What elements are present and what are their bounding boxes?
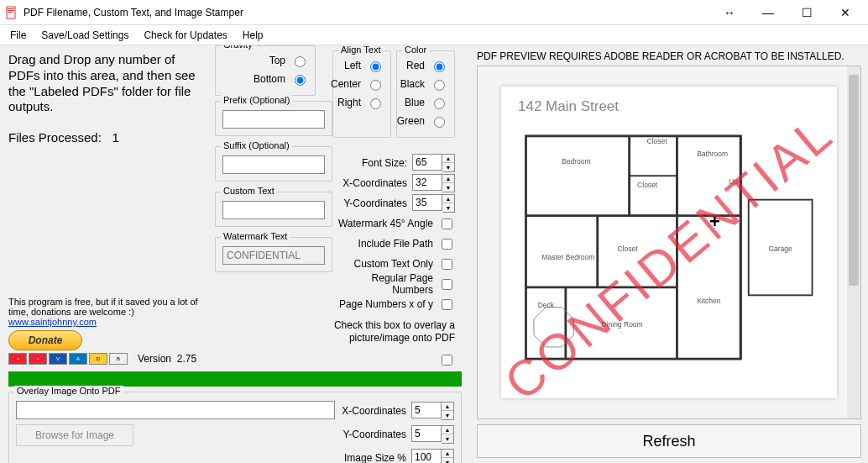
maximize-button[interactable]: ☐: [787, 0, 826, 25]
minimize-button[interactable]: —: [749, 0, 787, 25]
gravity-group-label: Gravity: [221, 45, 255, 50]
donation-text: This program is free, but if it saved yo…: [8, 297, 207, 317]
window-title: PDF Filename, Custom Text, and Image Sta…: [24, 7, 710, 18]
align-right-radio[interactable]: [370, 98, 381, 109]
watermark-angle-checkbox[interactable]: [442, 218, 452, 229]
svg-text:Bedroom: Bedroom: [562, 157, 591, 166]
svg-text:Kitchen: Kitchen: [697, 297, 721, 305]
svg-text:Bathroom: Bathroom: [697, 150, 728, 158]
svg-text:Dining Room: Dining Room: [601, 320, 642, 329]
overlay-x-input[interactable]: [411, 402, 442, 418]
browse-image-button[interactable]: Browse for Image: [16, 424, 133, 446]
y-coord-input[interactable]: [412, 194, 442, 211]
window-titlebar: PDF Filename, Custom Text, and Image Sta…: [0, 0, 868, 25]
align-left-radio[interactable]: [370, 61, 381, 72]
svg-text:Deck: Deck: [538, 301, 555, 309]
prefix-input[interactable]: [222, 110, 325, 129]
menu-help[interactable]: Help: [243, 29, 264, 41]
font-size-up[interactable]: ▲: [442, 155, 454, 163]
overlay-y-input[interactable]: [411, 425, 442, 442]
regular-page-numbers-checkbox[interactable]: [442, 279, 452, 290]
close-button[interactable]: ✕: [826, 0, 865, 25]
svg-text:Master Bedroom: Master Bedroom: [541, 253, 594, 261]
svg-text:Garage: Garage: [768, 245, 792, 253]
svg-text:Up: Up: [729, 177, 738, 186]
custom-text-input[interactable]: [222, 201, 325, 219]
progress-bar: [8, 371, 462, 387]
overlay-image-path-input[interactable]: [16, 401, 335, 419]
app-icon: [5, 6, 18, 19]
svg-text:Closet: Closet: [637, 181, 658, 189]
suffix-input[interactable]: [222, 155, 325, 174]
gravity-top-radio[interactable]: [295, 56, 306, 67]
pdf-preview: 142 Main Street: [477, 66, 861, 419]
preview-page: 142 Main Street: [501, 87, 837, 398]
refresh-button[interactable]: Refresh: [477, 424, 861, 458]
svg-rect-1: [8, 8, 14, 9]
menubar: File Save/Load Settings Check for Update…: [0, 25, 868, 45]
donation-link[interactable]: www.saintjohnny.com: [8, 317, 97, 327]
page-numbers-xofy-checkbox[interactable]: [442, 299, 452, 310]
color-green-radio[interactable]: [434, 117, 445, 128]
x-coord-input[interactable]: [412, 174, 442, 191]
dropzone-instructions[interactable]: Drag and Drop any number of PDFs into th…: [8, 52, 207, 115]
color-black-radio[interactable]: [434, 80, 445, 91]
svg-rect-2: [8, 10, 14, 11]
menu-file[interactable]: File: [10, 29, 26, 41]
files-processed: Files Processed: 1: [8, 130, 207, 145]
overlay-image-checkbox[interactable]: [442, 355, 452, 366]
donate-button[interactable]: Donate: [8, 330, 82, 350]
payment-icons: • • V A D B: [8, 353, 128, 365]
resize-icon[interactable]: ↔: [710, 0, 749, 25]
overlay-size-input[interactable]: [411, 449, 442, 463]
preview-scrollbar[interactable]: [847, 66, 860, 418]
font-size-input[interactable]: [412, 154, 442, 171]
floorplan-address: 142 Main Street: [518, 98, 820, 115]
menu-save-load[interactable]: Save/Load Settings: [41, 29, 128, 41]
svg-rect-3: [8, 12, 13, 13]
font-size-down[interactable]: ▼: [442, 163, 454, 171]
watermark-text-input[interactable]: [222, 246, 325, 265]
svg-text:Closet: Closet: [617, 245, 638, 253]
gravity-bottom-radio[interactable]: [295, 75, 306, 86]
version-label: Version 2.75: [138, 353, 196, 365]
color-red-radio[interactable]: [434, 61, 445, 72]
custom-text-only-checkbox[interactable]: [442, 259, 452, 270]
align-center-radio[interactable]: [370, 80, 381, 91]
color-blue-radio[interactable]: [434, 98, 445, 109]
svg-marker-15: [534, 308, 573, 347]
svg-text:Closet: Closet: [646, 137, 667, 145]
preview-warning: PDF PREVIEW REQUIRES ADOBE READER OR ACR…: [477, 50, 861, 62]
floorplan-svg: Bedroom Bathroom Closet Closet Closet Up…: [518, 120, 820, 375]
menu-check-updates[interactable]: Check for Updates: [144, 29, 227, 41]
include-filepath-checkbox[interactable]: [442, 239, 452, 250]
